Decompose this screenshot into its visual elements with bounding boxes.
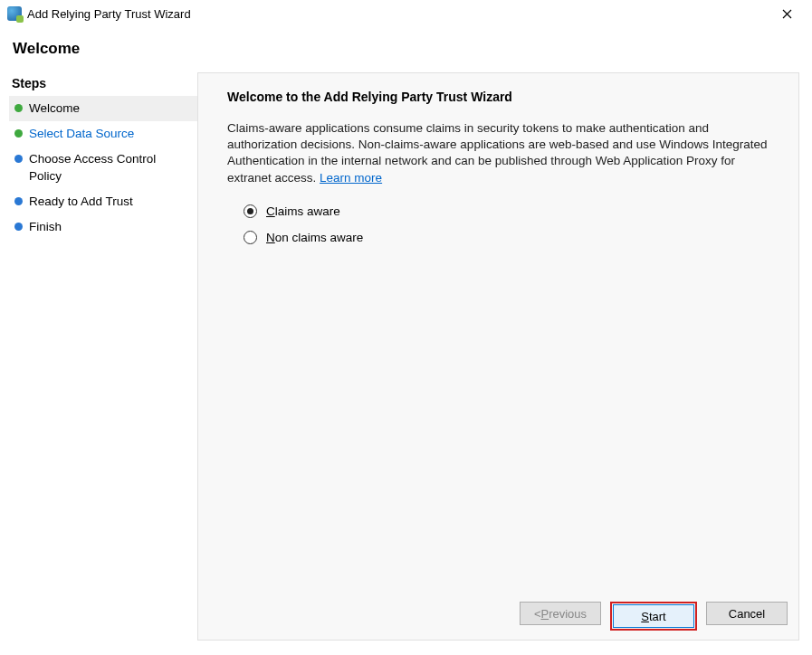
title-bar: Add Relying Party Trust Wizard [0,0,812,27]
step-ready-to-add-trust[interactable]: Ready to Add Trust [9,189,197,214]
start-button-highlight: Start [610,602,697,631]
step-label: Welcome [29,100,192,117]
sidebar-header: Steps [9,72,197,96]
close-icon [782,9,792,19]
bullet-icon [14,104,23,112]
radio-indicator [244,204,257,218]
radio-label: Claims aware [266,204,340,218]
close-button[interactable] [769,1,805,26]
step-choose-access-control-policy[interactable]: Choose Access Control Policy [9,147,197,188]
main-panel: Welcome to the Add Relying Party Trust W… [197,72,799,641]
bullet-icon [14,223,23,231]
wizard-steps-sidebar: Steps Welcome Select Data Source Choose … [0,72,197,641]
button-bar: < Previous Start Cancel [198,593,798,640]
radio-indicator [244,231,257,244]
step-label: Choose Access Control Policy [29,151,192,184]
step-select-data-source[interactable]: Select Data Source [9,121,197,147]
bullet-icon [14,197,23,205]
start-button[interactable]: Start [613,604,694,628]
radio-label: Non claims aware [266,231,363,244]
description-text: Claims-aware applications consume claims… [227,121,768,185]
content-area: Steps Welcome Select Data Source Choose … [0,72,812,641]
radio-non-claims-aware[interactable]: Non claims aware [244,231,773,244]
step-welcome[interactable]: Welcome [9,96,197,121]
panel-body: Welcome to the Add Relying Party Trust W… [198,73,798,593]
step-label: Finish [29,219,192,235]
radio-claims-aware[interactable]: Claims aware [244,204,773,218]
step-label: Ready to Add Trust [29,194,192,210]
learn-more-link[interactable]: Learn more [320,171,382,185]
app-icon [7,6,22,21]
bullet-icon [14,155,23,163]
previous-button: < Previous [520,602,601,625]
step-finish[interactable]: Finish [9,214,197,240]
awareness-radio-group: Claims aware Non claims aware [227,204,773,244]
bullet-icon [14,129,23,138]
window-title: Add Relying Party Trust Wizard [27,7,769,21]
step-label: Select Data Source [29,126,192,142]
cancel-button[interactable]: Cancel [706,602,788,625]
panel-description: Claims-aware applications consume claims… [227,120,773,186]
page-heading: Welcome [0,27,812,72]
panel-title: Welcome to the Add Relying Party Trust W… [227,90,773,104]
